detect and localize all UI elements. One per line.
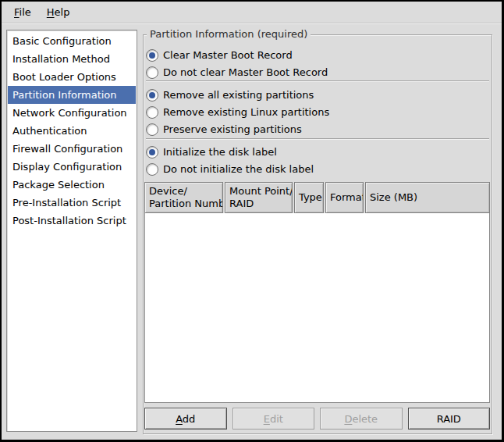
add-button[interactable]: Add [144, 408, 227, 430]
sidebar-item-basic-configuration[interactable]: Basic Configuration [8, 32, 136, 50]
sidebar-item-post-installation-script[interactable]: Post-Installation Script [8, 212, 136, 230]
sidebar-item-boot-loader-options[interactable]: Boot Loader Options [8, 68, 136, 86]
radio-unselected-icon [146, 123, 158, 136]
column-header-size[interactable]: Size (MB) [365, 182, 490, 213]
radio-initialize-disk-label[interactable]: Initialize the disk label [146, 145, 277, 159]
radio-initialize-disk-label-label: Initialize the disk label [163, 146, 277, 158]
radio-remove-linux-partitions-label: Remove existing Linux partitions [163, 106, 329, 118]
menu-help-mnemonic: H [47, 6, 55, 18]
partition-table-header: Device/ Partition Number Mount Point/ RA… [144, 182, 490, 213]
sidebar-item-partition-information[interactable]: Partition Information [8, 86, 136, 104]
radio-selected-icon [146, 49, 158, 62]
sidebar-item-package-selection[interactable]: Package Selection [8, 176, 136, 194]
menubar: File Help [2, 2, 502, 23]
edit-button: Edit [232, 408, 315, 430]
radio-selected-icon [146, 89, 158, 102]
sidebar-item-installation-method[interactable]: Installation Method [8, 50, 136, 68]
radio-selected-icon [146, 146, 158, 159]
radio-no-clear-mbr-label: Do not clear Master Boot Record [163, 66, 328, 78]
delete-button: Delete [320, 408, 403, 430]
radio-no-initialize-disk-label[interactable]: Do not initialize the disk label [146, 162, 314, 176]
radio-unselected-icon [146, 163, 158, 176]
radio-remove-linux-partitions[interactable]: Remove existing Linux partitions [146, 105, 329, 119]
separator [146, 80, 489, 81]
frame-title: Partition Information (required) [147, 28, 311, 40]
separator [146, 138, 489, 139]
radio-clear-mbr-label: Clear Master Boot Record [163, 49, 293, 61]
sidebar-item-display-configuration[interactable]: Display Configuration [8, 158, 136, 176]
radio-remove-all-partitions-label: Remove all existing partitions [163, 89, 314, 101]
column-header-device[interactable]: Device/ Partition Number [144, 182, 223, 213]
radio-preserve-partitions[interactable]: Preserve existing partitions [146, 123, 302, 136]
menu-file-label: ile [20, 6, 31, 18]
radio-no-initialize-disk-label-label: Do not initialize the disk label [163, 163, 314, 175]
section-list: Basic Configuration Installation Method … [6, 30, 137, 432]
partition-information-frame: Partition Information (required) Clear M… [143, 34, 492, 434]
sidebar-item-firewall-configuration[interactable]: Firewall Configuration [8, 140, 136, 158]
radio-clear-mbr[interactable]: Clear Master Boot Record [146, 48, 293, 62]
menu-file[interactable]: File [6, 3, 39, 21]
raid-button[interactable]: RAID [408, 408, 491, 430]
sidebar-item-network-configuration[interactable]: Network Configuration [8, 104, 136, 122]
column-header-type[interactable]: Type [294, 182, 324, 213]
partition-table: Device/ Partition Number Mount Point/ RA… [144, 182, 490, 403]
radio-preserve-partitions-label: Preserve existing partitions [163, 123, 302, 135]
column-header-mount-point[interactable]: Mount Point/ RAID [225, 182, 293, 213]
kickstart-configurator-window: File Help Basic Configuration Installati… [0, 0, 504, 442]
radio-no-clear-mbr[interactable]: Do not clear Master Boot Record [146, 66, 328, 79]
partition-table-body[interactable] [144, 213, 490, 403]
menu-help-label: elp [55, 6, 70, 18]
radio-unselected-icon [146, 66, 158, 79]
column-header-format[interactable]: Format [325, 182, 364, 213]
sidebar-item-authentication[interactable]: Authentication [8, 122, 136, 140]
menu-help[interactable]: Help [39, 3, 78, 21]
sidebar-item-pre-installation-script[interactable]: Pre-Installation Script [8, 194, 136, 212]
radio-unselected-icon [146, 106, 158, 119]
radio-remove-all-partitions[interactable]: Remove all existing partitions [146, 88, 314, 102]
button-row: Add Edit Delete RAID [144, 408, 490, 430]
